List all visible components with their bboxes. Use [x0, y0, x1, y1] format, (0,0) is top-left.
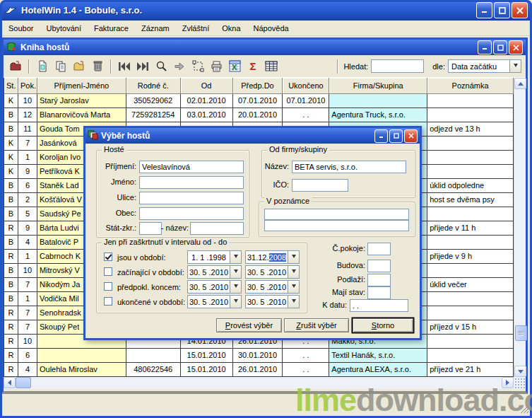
poznamka-line2-input[interactable]	[264, 220, 409, 231]
table-row[interactable]: B12Blanarovičová Marta725928125403.01.20…	[4, 108, 514, 122]
table-row[interactable]: K10Starý Jaroslav35052906202.01.201007.0…	[4, 94, 514, 108]
ukoncene-od-date-combo[interactable]: 30. 5 .2010	[187, 295, 242, 308]
prijmeni-input[interactable]	[139, 161, 244, 173]
search-icon[interactable]	[153, 59, 169, 74]
column-header[interactable]: Příjmení-Jméno	[37, 78, 126, 94]
predpokl-checkbox[interactable]	[104, 282, 112, 291]
chevron-down-icon[interactable]	[230, 251, 241, 263]
chevron-down-icon[interactable]	[288, 266, 299, 278]
column-header[interactable]: Pok.	[18, 78, 37, 94]
podlazi-input[interactable]	[367, 274, 391, 286]
dialog-minimize-button[interactable]	[374, 129, 388, 143]
menu-soubor[interactable]: Soubor	[2, 23, 40, 34]
delete-record-icon[interactable]	[90, 59, 105, 74]
chevron-down-icon[interactable]	[288, 296, 299, 308]
menu-ubytovani[interactable]: Ubytování	[40, 23, 88, 34]
predpokl-do-date-combo[interactable]: 30. 5 .2010	[245, 280, 300, 294]
ukoncene-do-date-combo[interactable]: 30. 5 .2010	[245, 295, 300, 308]
poznamka-line1-input[interactable]	[264, 209, 409, 220]
jsou-do-date-combo[interactable]: 31.12.2008	[245, 250, 300, 264]
dialog-close-button[interactable]	[404, 129, 418, 143]
print-icon[interactable]	[208, 59, 224, 74]
chevron-down-icon[interactable]	[230, 281, 241, 293]
scroll-left-button[interactable]	[4, 377, 16, 388]
export-excel-icon[interactable]: X	[227, 59, 242, 74]
provest-vyber-button[interactable]: Provést výběr	[216, 318, 282, 332]
column-header[interactable]: Poznámka	[427, 78, 514, 94]
jsou-od-date-combo[interactable]: 1. 1 .1998	[187, 250, 242, 264]
stat-nazev-input[interactable]	[190, 222, 244, 235]
column-header[interactable]: Od	[181, 78, 233, 94]
chevron-down-icon[interactable]	[230, 296, 241, 308]
app-minimize-button[interactable]	[476, 2, 492, 18]
new-record-icon[interactable]	[35, 59, 50, 74]
column-header[interactable]: Rodné č.	[126, 78, 181, 94]
open-archive-icon[interactable]	[8, 59, 23, 74]
ukoncene-checkbox[interactable]	[104, 297, 112, 306]
svg-text:X: X	[232, 63, 237, 71]
cell: Oulehla Miroslav	[37, 363, 126, 377]
column-header[interactable]: Ukončeno	[283, 78, 329, 94]
obec-input[interactable]	[139, 207, 244, 220]
storno-button[interactable]: Storno	[353, 318, 413, 332]
cell: K	[4, 151, 18, 165]
horizontal-scroll-thumb[interactable]	[16, 377, 31, 388]
column-header[interactable]: Firma/Skupina	[329, 78, 427, 94]
maji-stav-input[interactable]	[367, 286, 391, 299]
dialog-maximize-button[interactable]	[389, 129, 403, 143]
chevron-down-icon[interactable]	[288, 281, 299, 293]
group-firma: Od firmy/skupiny Název: IČO:	[261, 150, 415, 198]
menu-zvlastni[interactable]: Zvláštní	[176, 23, 216, 34]
ico-input[interactable]	[292, 179, 348, 192]
menu-napoveda[interactable]: Nápověda	[247, 23, 295, 34]
sum-icon[interactable]: Σ	[245, 59, 261, 74]
first-record-icon[interactable]	[117, 59, 132, 74]
vertical-scroll-thumb[interactable]	[515, 325, 527, 341]
watermark: limedownload.com	[295, 382, 532, 418]
chevron-down-icon[interactable]	[509, 60, 521, 72]
zacinajici-do-date-combo[interactable]: 30. 5 .2010	[245, 265, 300, 279]
budova-input[interactable]	[367, 260, 391, 272]
menu-okna[interactable]: Okna	[215, 23, 247, 34]
select-block-icon[interactable]	[190, 59, 206, 74]
vertical-scrollbar[interactable]	[514, 78, 526, 377]
app-maximize-button[interactable]	[494, 2, 510, 18]
jsou-v-obdobi-checkbox[interactable]	[104, 252, 112, 261]
column-header[interactable]: Předp.Do	[233, 78, 283, 94]
cpokoje-input[interactable]	[367, 243, 391, 255]
ulice-input[interactable]	[139, 192, 244, 204]
predpokl-od-date-combo[interactable]: 30. 5 .2010	[187, 280, 242, 294]
open-record-icon[interactable]	[71, 59, 87, 74]
chevron-down-icon[interactable]	[288, 251, 299, 263]
chevron-down-icon[interactable]	[230, 266, 241, 278]
guestbook-restore-button[interactable]	[493, 40, 507, 54]
table-row[interactable]: R615.01.201030.01.2010. .Textil Hanák, s…	[4, 349, 514, 363]
app-close-button[interactable]	[512, 2, 528, 18]
firma-nazev-input[interactable]	[292, 161, 406, 173]
scroll-up-button[interactable]	[514, 78, 526, 89]
zrusit-vyber-button[interactable]: Zrušit výběr	[284, 318, 349, 332]
zacinajici-od-date-combo[interactable]: 30. 5 .2010	[187, 265, 242, 279]
group-interval: Jen při zaškrtnutí v intervalu od - do j…	[96, 243, 307, 313]
search-by-select[interactable]: Data začátku	[448, 59, 521, 73]
menu-zaznam[interactable]: Záznam	[135, 23, 176, 34]
table-row[interactable]: R4Oulehla Miroslav48062254615.01.201026.…	[4, 363, 514, 377]
data-grid-icon[interactable]	[264, 59, 279, 74]
jmeno-input[interactable]	[139, 176, 244, 189]
search-input[interactable]	[371, 59, 424, 73]
column-header[interactable]: St.	[4, 78, 18, 94]
cell: 07.01.2010	[283, 94, 329, 108]
cell: 30.01.2010	[233, 349, 283, 363]
selected-text: 2008	[269, 253, 286, 262]
last-record-icon[interactable]	[135, 59, 150, 74]
go-to-icon[interactable]	[172, 59, 187, 74]
cell: 10	[18, 94, 37, 108]
guestbook-minimize-button[interactable]	[478, 40, 492, 54]
guestbook-close-button[interactable]	[509, 40, 523, 54]
copy-record-icon[interactable]	[53, 59, 69, 74]
scroll-down-button[interactable]	[514, 366, 526, 377]
menu-fakturace[interactable]: Fakturace	[88, 23, 135, 34]
stat-input[interactable]	[139, 222, 162, 235]
k-datu-input[interactable]	[350, 299, 408, 312]
zacinajici-checkbox[interactable]	[104, 267, 112, 276]
